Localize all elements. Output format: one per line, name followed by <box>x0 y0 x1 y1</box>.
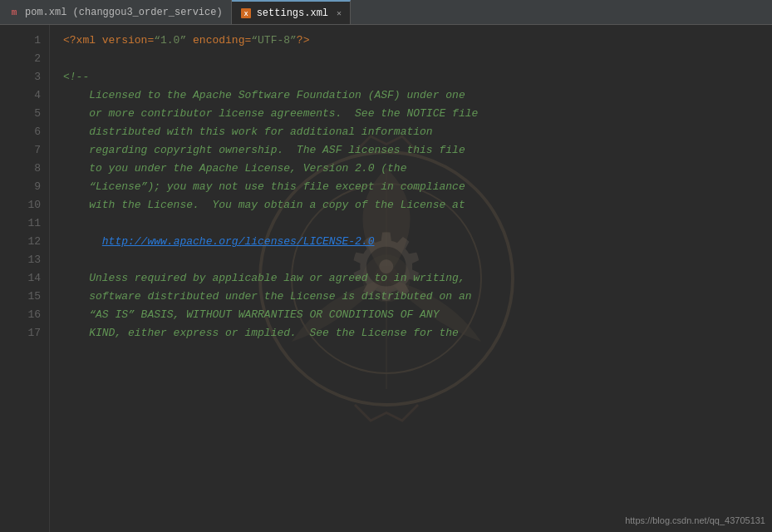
line-num-3: 3 <box>0 68 41 86</box>
line-num-6: 6 <box>0 123 41 141</box>
line-num-4: 4 <box>0 86 41 105</box>
csdn-watermark: https://blog.csdn.net/qq_43705131 <box>625 515 765 525</box>
editor: 1 2 3 4 5 6 7 8 9 10 11 12 13 14 15 16 1… <box>0 25 772 532</box>
tab-pom-label: pom.xml (changgou3_order_service) <box>25 7 223 18</box>
line-num-8: 8 <box>0 160 41 178</box>
code-line-3: <!-- <box>63 68 772 86</box>
code-line-15: software distributed under the License i… <box>63 288 772 306</box>
code-line-1: <?xml version=“1.0” encoding=“UTF-8”?> <box>63 32 772 50</box>
code-line-14: Unless required by applicable law or agr… <box>63 269 772 288</box>
line-num-14: 14 <box>0 269 41 288</box>
line-num-5: 5 <box>0 105 41 123</box>
code-line-7: regarding copyright ownership. The ASF l… <box>63 141 772 160</box>
line-num-15: 15 <box>0 288 41 306</box>
line-num-7: 7 <box>0 141 41 160</box>
code-line-5: or more contributor license agreements. … <box>63 105 772 123</box>
svg-text:X: X <box>243 11 248 17</box>
line-num-17: 17 <box>0 324 41 342</box>
line-num-11: 11 <box>0 214 41 233</box>
code-line-4: Licensed to the Apache Software Foundati… <box>63 86 772 105</box>
line-num-2: 2 <box>0 50 41 68</box>
code-line-9: “License”); you may not use this file ex… <box>63 178 772 196</box>
code-line-6: distributed with this work for additiona… <box>63 123 772 141</box>
line-num-16: 16 <box>0 306 41 324</box>
code-line-2 <box>63 50 772 68</box>
code-line-10: with the License. You may obtain a copy … <box>63 196 772 214</box>
tab-settings-label: settings.xml <box>257 7 328 19</box>
line-num-12: 12 <box>0 233 41 251</box>
code-line-17: KIND, either express or implied. See the… <box>63 324 772 342</box>
line-num-1: 1 <box>0 32 41 50</box>
code-line-13 <box>63 251 772 269</box>
code-content[interactable]: <?xml version=“1.0” encoding=“UTF-8”?> <… <box>50 25 772 532</box>
code-line-16: “AS IS” BASIS, WITHOUT WARRANTIES OR CON… <box>63 306 772 324</box>
code-line-8: to you under the Apache License, Version… <box>63 160 772 178</box>
code-line-11 <box>63 214 772 233</box>
line-numbers: 1 2 3 4 5 6 7 8 9 10 11 12 13 14 15 16 1… <box>0 25 50 532</box>
line-num-10: 10 <box>0 196 41 214</box>
code-line-12: http://www.apache.org/licenses/LICENSE-2… <box>63 233 772 251</box>
tab-settings-close[interactable]: ✕ <box>337 8 342 18</box>
tab-bar: m pom.xml (changgou3_order_service) X se… <box>0 0 772 25</box>
tab-pom[interactable]: m pom.xml (changgou3_order_service) <box>0 0 232 24</box>
maven-icon: m <box>8 7 20 18</box>
tab-settings[interactable]: X settings.xml ✕ <box>232 0 351 24</box>
line-num-9: 9 <box>0 178 41 196</box>
line-num-13: 13 <box>0 251 41 269</box>
xml-icon: X <box>240 7 252 19</box>
